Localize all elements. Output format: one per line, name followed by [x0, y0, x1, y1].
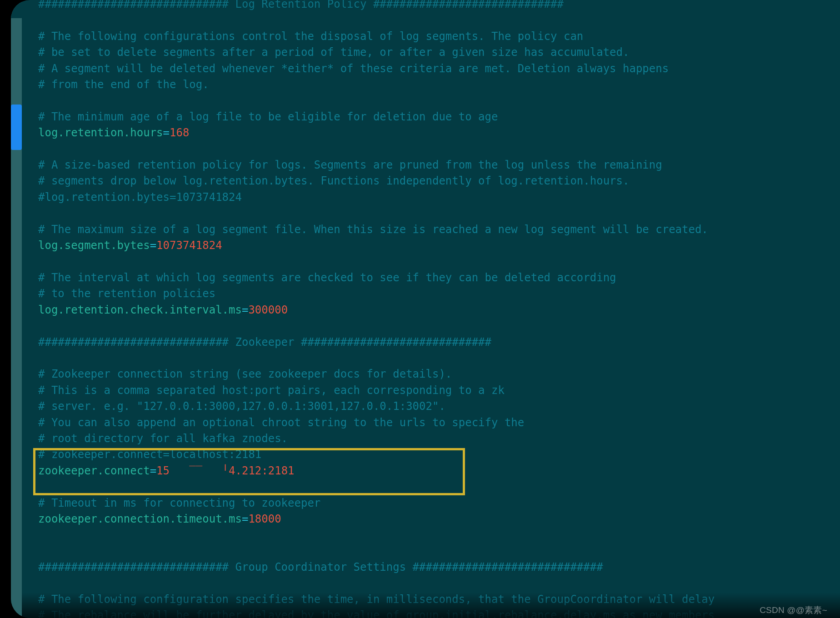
code-line: # The following configuration specifies … [38, 592, 835, 608]
code-line: # The maximum size of a log segment file… [38, 222, 835, 238]
code-token: # from the end of the log. [38, 78, 209, 91]
code-token: # Timeout in ms for connecting to zookee… [38, 497, 320, 509]
code-line: # be set to delete segments after a peri… [38, 45, 835, 60]
code-token: # A size-based retention policy for logs… [38, 159, 662, 171]
code-token: log.retention.hours [38, 126, 163, 139]
code-token: zookeeper.connect [38, 464, 150, 477]
code-token: = [150, 239, 156, 252]
code-line: # The interval at which log segments are… [38, 270, 835, 286]
code-line [38, 479, 835, 495]
code-token: #log.retention.bytes=1073741824 [38, 191, 242, 204]
code-line [38, 93, 835, 109]
code-token: ############################# Group Coor… [38, 561, 603, 573]
code-token: # be set to delete segments after a peri… [38, 46, 629, 59]
code-line [38, 576, 835, 592]
code-line: # from the end of the log. [38, 77, 835, 93]
code-token: # The maximum size of a log segment file… [38, 223, 708, 236]
code-line: zookeeper.connection.timeout.ms=18000 [38, 511, 835, 527]
watermark-text: CSDN @@素素~ [760, 604, 827, 616]
code-line [38, 350, 835, 366]
code-token: # The following configuration specifies … [38, 593, 715, 606]
code-line: #log.retention.bytes=1073741824 [38, 189, 835, 205]
code-token: = [163, 126, 170, 139]
code-token: log.retention.check.interval.ms [38, 304, 242, 316]
code-line: # The following configurations control t… [38, 29, 835, 45]
code-token: 300000 [248, 304, 288, 316]
code-line [38, 205, 835, 221]
code-line [38, 254, 835, 270]
code-line: log.retention.hours=168 [38, 125, 835, 141]
scrollbar-thumb[interactable] [11, 105, 22, 150]
code-token: = [242, 513, 248, 525]
screenshot-root: ############################# Log Retent… [0, 0, 840, 618]
code-token: # A segment will be deleted whenever *ei… [38, 62, 669, 75]
code-line: ############################# Zookeeper … [38, 334, 835, 350]
code-token: 168 [170, 126, 189, 139]
code-line: # This is a comma separated host:port pa… [38, 383, 835, 399]
code-token: 15 ‾‾ ╵4.212:2181 [156, 464, 294, 477]
code-token: = [150, 464, 156, 477]
code-token: # Zookeeper connection string (see zooke… [38, 368, 452, 380]
code-line: # A size-based retention policy for logs… [38, 157, 835, 173]
code-line: # Timeout in ms for connecting to zookee… [38, 495, 835, 511]
code-line: # The minimum age of a log file to be el… [38, 109, 835, 125]
config-file-content[interactable]: ############################# Log Retent… [38, 5, 835, 609]
code-token: ############################# Zookeeper … [38, 336, 491, 349]
code-token: # server. e.g. "127.0.0.1:3000,127.0.0.1… [38, 400, 445, 413]
code-line [38, 318, 835, 334]
code-token: # The following configurations control t… [38, 30, 583, 43]
code-line [38, 543, 835, 559]
code-token: = [242, 304, 248, 316]
code-token: # root directory for all kafka znodes. [38, 432, 288, 445]
code-line [38, 12, 835, 28]
code-line: ############################# Log Retent… [38, 0, 835, 12]
code-token: # to the retention policies [38, 287, 215, 300]
code-token: # segments drop below log.retention.byte… [38, 174, 629, 187]
code-line: # A segment will be deleted whenever *ei… [38, 61, 835, 77]
code-line: # to the retention policies [38, 286, 835, 302]
terminal-window: ############################# Log Retent… [11, 0, 840, 618]
code-token: 1073741824 [156, 239, 222, 252]
code-line: # Zookeeper connection string (see zooke… [38, 366, 835, 382]
code-line: log.retention.check.interval.ms=300000 [38, 302, 835, 318]
code-token: # The rebalance will be further delayed … [38, 609, 715, 618]
code-token: # This is a comma separated host:port pa… [38, 384, 505, 397]
code-token: log.segment.bytes [38, 239, 150, 252]
code-token: zookeeper.connection.timeout.ms [38, 513, 242, 525]
code-line [38, 527, 835, 543]
code-token: # The minimum age of a log file to be el… [38, 110, 498, 123]
scrollbar-track[interactable] [11, 0, 22, 618]
code-line: # zookeeper.connect=localhost:2181 [38, 447, 835, 463]
code-token: # zookeeper.connect=localhost:2181 [38, 448, 261, 461]
code-line: # root directory for all kafka znodes. [38, 431, 835, 447]
code-line: # The rebalance will be further delayed … [38, 608, 835, 618]
code-line [38, 141, 835, 157]
code-token: ############################# Log Retent… [38, 0, 564, 10]
code-line: zookeeper.connect=15 ‾‾ ╵4.212:2181 [38, 463, 835, 479]
code-line: # You can also append an optional chroot… [38, 415, 835, 431]
code-line: ############################# Group Coor… [38, 559, 835, 575]
code-line: # server. e.g. "127.0.0.1:3000,127.0.0.1… [38, 399, 835, 414]
code-line: # segments drop below log.retention.byte… [38, 173, 835, 189]
code-token: 18000 [248, 513, 281, 525]
code-token: # The interval at which log segments are… [38, 271, 616, 284]
code-token: # You can also append an optional chroot… [38, 416, 524, 429]
code-line: log.segment.bytes=1073741824 [38, 238, 835, 254]
